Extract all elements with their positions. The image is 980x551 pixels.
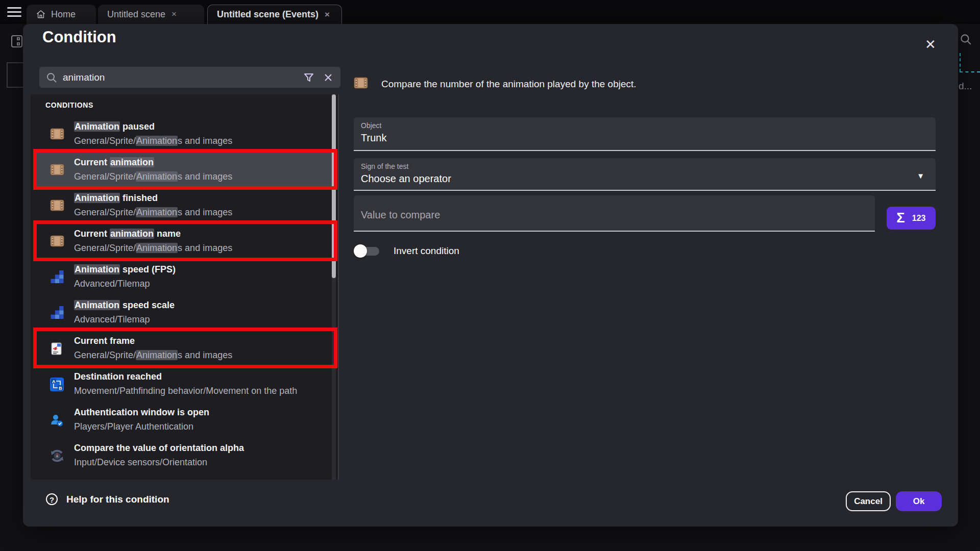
condition-title: Destination reached (74, 369, 329, 384)
search-icon (45, 71, 58, 84)
condition-dialog: Condition ✕ CONDITIONS Animation pausedG… (23, 24, 958, 527)
tilemap-icon (50, 306, 64, 319)
condition-subtitle: General/Sprite/Animations and images (74, 169, 310, 184)
conditions-list: Animation pausedGeneral/Sprite/Animation… (31, 116, 338, 473)
condition-subtitle: Advanced/Tilemap (74, 277, 310, 291)
auth-icon (50, 413, 64, 426)
condition-list-item[interactable]: Animation speed (FPS)Advanced/Tilemap (36, 259, 335, 294)
condition-list-item[interactable]: Authentication window is openPlayers/Pla… (36, 402, 335, 437)
chevron-down-icon: ▼ (917, 171, 924, 180)
ok-button[interactable]: Ok (896, 491, 942, 511)
scrollbar-thumb[interactable] (332, 94, 336, 278)
condition-title: Animation speed (FPS) (74, 262, 329, 277)
tilemap-icon (50, 270, 64, 283)
tab-close-icon[interactable]: × (170, 9, 178, 19)
operator-label: Sign of the test (361, 162, 928, 170)
film-icon (50, 199, 64, 212)
value-field[interactable] (354, 195, 875, 232)
frame-icon (50, 342, 64, 355)
help-label: Help for this condition (66, 494, 169, 505)
object-field-value: Trunk (361, 132, 928, 144)
condition-subtitle: Movement/Pathfinding behavior/Movement o… (74, 384, 310, 398)
tab-home[interactable]: Home (27, 5, 96, 24)
editor-ghost-shape (7, 62, 23, 88)
condition-title: Compare the value of orientation alpha (74, 441, 329, 455)
condition-list-item[interactable]: Current animationGeneral/Sprite/Animatio… (36, 152, 335, 187)
search-icon[interactable] (959, 33, 972, 46)
invert-toggle[interactable] (354, 243, 380, 259)
condition-description: Compare the number of the animation play… (381, 79, 636, 90)
home-icon (36, 9, 46, 19)
svg-text:A: A (52, 379, 56, 384)
top-bar: Home Untitled scene × Untitled scene (Ev… (0, 0, 980, 24)
condition-subtitle: Players/Player Authentication (74, 419, 310, 434)
condition-list-item[interactable]: Animation finishedGeneral/Sprite/Animati… (36, 187, 335, 223)
operator-value: Choose an operator (361, 173, 928, 185)
tab-label: Untitled scene (Events) (217, 9, 318, 20)
filter-icon[interactable] (303, 71, 315, 84)
selection-marquee-vertical (960, 53, 961, 72)
hamburger-menu-icon[interactable] (7, 7, 21, 17)
film-icon (354, 77, 368, 91)
tab-untitled-scene-events[interactable]: Untitled scene (Events) × (207, 5, 342, 24)
invert-condition-label: Invert condition (394, 245, 459, 257)
help-link[interactable]: ? Help for this condition (46, 493, 169, 505)
condition-subtitle: General/Sprite/Animations and images (74, 348, 310, 362)
orientation-icon (50, 449, 64, 462)
invert-condition-row[interactable]: Invert condition (354, 243, 459, 259)
condition-list-item[interactable]: Animation speed scaleAdvanced/Tilemap (36, 294, 335, 330)
condition-title: Authentication window is open (74, 405, 329, 419)
panel-layout-icon (11, 35, 22, 47)
list-scrollbar[interactable] (332, 94, 336, 480)
dialog-title: Condition (42, 28, 116, 46)
sigma-icon: Σ (897, 210, 905, 226)
operator-select[interactable]: Sign of the test Choose an operator ▼ (354, 158, 936, 191)
condition-subtitle: Advanced/Tilemap (74, 312, 310, 327)
condition-list-item[interactable]: Animation pausedGeneral/Sprite/Animation… (36, 116, 335, 152)
truncated-object-name: d... (959, 81, 972, 92)
value-input[interactable] (361, 209, 868, 221)
svg-text:B: B (59, 386, 62, 391)
condition-subtitle: General/Sprite/Animations and images (74, 134, 310, 148)
condition-list-item[interactable]: Current animation nameGeneral/Sprite/Ani… (36, 223, 335, 259)
tab-close-icon[interactable]: × (324, 10, 331, 20)
help-icon: ? (46, 493, 58, 505)
condition-list-item[interactable]: Compare the value of orientation alphaIn… (36, 437, 335, 473)
film-icon (50, 235, 64, 247)
list-section-header: CONDITIONS (45, 101, 338, 109)
condition-subtitle: Input/Device sensors/Orientation (74, 455, 310, 469)
toggle-knob[interactable] (354, 244, 367, 258)
conditions-list-pane: CONDITIONS Animation pausedGeneral/Sprit… (31, 94, 339, 480)
condition-title: Current frame (74, 334, 329, 348)
cancel-button[interactable]: Cancel (846, 491, 891, 511)
film-icon (50, 128, 64, 140)
dialog-close-icon[interactable]: ✕ (921, 35, 940, 54)
condition-list-item[interactable]: ABDestination reachedMovement/Pathfindin… (36, 366, 335, 402)
condition-title: Current animation (74, 155, 329, 169)
film-icon (50, 163, 64, 176)
condition-subtitle: General/Sprite/Animations and images (74, 241, 310, 255)
condition-title: Animation speed scale (74, 298, 329, 312)
expression-builder-button[interactable]: Σ 123 (887, 207, 936, 230)
object-field-label: Object (361, 121, 928, 130)
expression-123-badge: 123 (912, 214, 926, 223)
tab-label: Untitled scene (107, 9, 165, 20)
condition-subtitle: General/Sprite/Animations and images (74, 205, 310, 219)
search-input[interactable] (63, 72, 303, 83)
selection-marquee-horizontal (960, 71, 980, 72)
condition-search-box[interactable] (39, 67, 340, 88)
object-field[interactable]: Object Trunk (354, 117, 936, 151)
condition-title: Current animation name (74, 227, 329, 241)
tab-label: Home (51, 9, 76, 20)
path-icon: AB (50, 378, 64, 390)
clear-search-icon[interactable] (322, 71, 334, 84)
condition-title: Animation finished (74, 191, 329, 205)
condition-list-item[interactable]: Current frameGeneral/Sprite/Animations a… (36, 330, 335, 366)
condition-title: Animation paused (74, 119, 329, 134)
tab-untitled-scene[interactable]: Untitled scene × (98, 5, 204, 24)
